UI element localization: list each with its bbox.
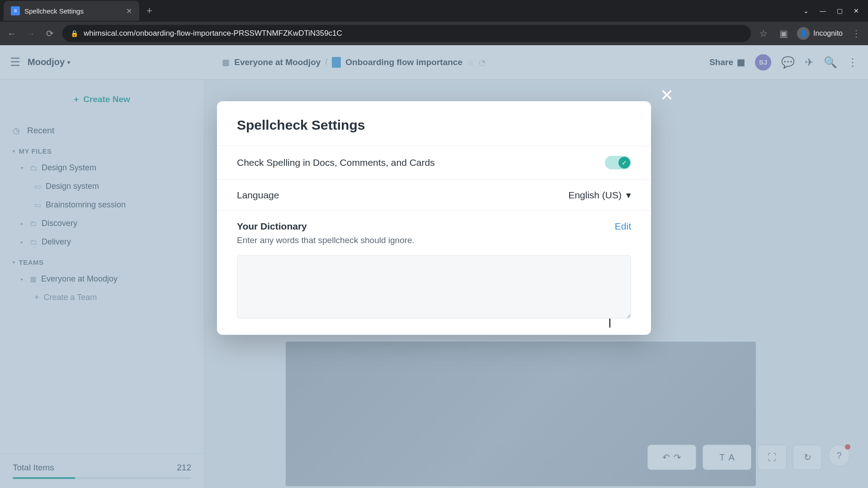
address-bar-right: ☆ ▣ 👤 Incognito ⋮ (757, 27, 863, 40)
maximize-icon[interactable]: ▢ (837, 7, 843, 14)
address-bar: ← → ⟳ 🔒 whimsical.com/onboarding-flow-im… (0, 22, 868, 45)
forward-button[interactable]: → (24, 28, 37, 39)
language-label: Language (237, 190, 279, 201)
incognito-badge: 👤 Incognito (797, 27, 843, 40)
close-window-icon[interactable]: ✕ (854, 7, 859, 14)
modal-close-button[interactable]: ✕ (660, 86, 674, 105)
tab-bar: ≡ Spellcheck Settings ✕ + ⌄ — ▢ ✕ (0, 0, 868, 22)
window-controls: ⌄ — ▢ ✕ (803, 7, 868, 14)
modal-title: Spellcheck Settings (237, 117, 631, 133)
reload-button[interactable]: ⟳ (43, 28, 56, 39)
language-select[interactable]: English (US) ▾ (568, 190, 631, 201)
lock-icon: 🔒 (71, 30, 78, 37)
url-field[interactable]: 🔒 whimsical.com/onboarding-flow-importan… (62, 25, 751, 42)
new-tab-button[interactable]: + (146, 5, 152, 17)
app-root: ☰ Moodjoy ▾ ▦ Everyone at Moodjoy / Onbo… (0, 45, 868, 488)
bookmark-star-icon[interactable]: ☆ (757, 28, 770, 39)
browser-menu-icon[interactable]: ⋮ (850, 28, 863, 39)
browser-chrome: ≡ Spellcheck Settings ✕ + ⌄ — ▢ ✕ ← → ⟳ … (0, 0, 868, 45)
toggle-knob-on: ✓ (618, 157, 630, 169)
check-spelling-toggle[interactable]: ✓ (605, 156, 631, 169)
language-value: English (US) (568, 190, 622, 201)
modal-header: Spellcheck Settings (217, 101, 651, 145)
tab-title: Spellcheck Settings (24, 7, 122, 15)
url-text: whimsical.com/onboarding-flow-importance… (84, 29, 342, 38)
dictionary-title: Your Dictionary (237, 221, 307, 232)
browser-tab[interactable]: ≡ Spellcheck Settings ✕ (4, 1, 139, 21)
modal-section-language: Language English (US) ▾ (217, 179, 651, 211)
dictionary-subtitle: Enter any words that spellcheck should i… (237, 235, 631, 245)
modal-wrapper: ✕ Spellcheck Settings Check Spelling in … (0, 45, 868, 488)
chevron-down-icon: ▾ (626, 190, 631, 201)
incognito-label: Incognito (813, 29, 843, 38)
modal-section-dictionary: Your Dictionary Edit Enter any words tha… (217, 211, 651, 335)
chevron-down-icon[interactable]: ⌄ (803, 7, 809, 14)
incognito-icon: 👤 (797, 27, 810, 40)
spellcheck-settings-modal: Spellcheck Settings Check Spelling in Do… (217, 101, 651, 335)
minimize-icon[interactable]: — (820, 7, 826, 14)
check-spelling-label: Check Spelling in Docs, Comments, and Ca… (237, 157, 435, 168)
text-cursor (609, 319, 610, 328)
back-button[interactable]: ← (5, 28, 18, 39)
dictionary-textarea[interactable] (237, 255, 631, 319)
extensions-icon[interactable]: ▣ (777, 28, 790, 39)
modal-section-check-spelling: Check Spelling in Docs, Comments, and Ca… (217, 145, 651, 179)
dictionary-edit-link[interactable]: Edit (615, 221, 631, 232)
doc-favicon-icon: ≡ (11, 6, 20, 15)
close-tab-icon[interactable]: ✕ (126, 7, 132, 15)
